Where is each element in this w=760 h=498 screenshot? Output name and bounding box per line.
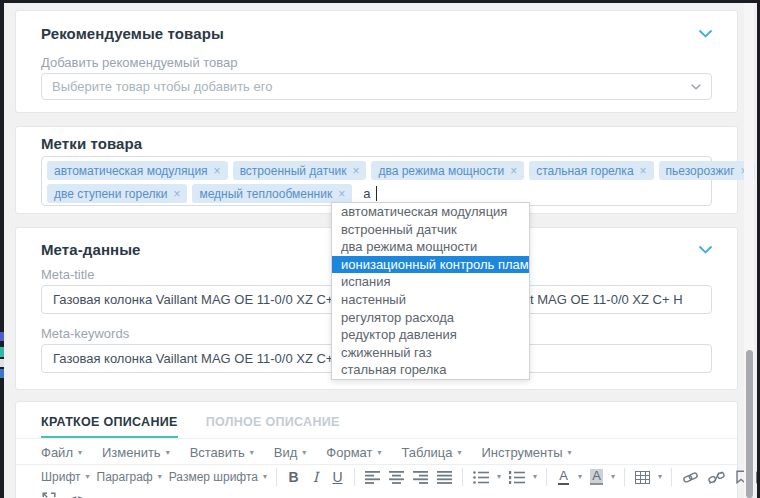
suggestion-item[interactable]: стальная горелка — [332, 361, 529, 379]
meta-title-label: Meta-title — [41, 267, 94, 282]
remove-tag-icon[interactable]: × — [352, 164, 359, 178]
menu-insert[interactable]: Вставить▾ — [190, 445, 254, 460]
toolbar-separator — [624, 468, 625, 486]
window-border-left — [0, 0, 4, 498]
tab-short-description[interactable]: КРАТКОЕ ОПИСАНИЕ — [41, 415, 178, 438]
align-left-button[interactable] — [364, 467, 381, 487]
suggestion-item[interactable]: сжиженный газ — [332, 344, 529, 362]
suggestion-item[interactable]: регулятор расхода — [332, 309, 529, 327]
tag: автоматическая модуляция× — [47, 161, 228, 180]
tag-label: два режима мощности — [378, 164, 504, 178]
tags-row: автоматическая модуляция× встроенный дат… — [47, 161, 706, 180]
fullscreen-icon — [42, 492, 56, 498]
text-color-button[interactable]: A — [556, 467, 571, 487]
suggestion-item[interactable]: два режима мощности — [332, 238, 529, 256]
bullet-list-button[interactable] — [472, 467, 490, 487]
text-color-icon: A — [558, 469, 569, 485]
source-code-button[interactable]: <> — [69, 492, 86, 498]
tab-full-description[interactable]: ПОЛНОЕ ОПИСАНИЕ — [206, 415, 340, 438]
caret-down-icon: ▾ — [302, 449, 306, 457]
scrollbar-thumb[interactable] — [746, 350, 753, 498]
caret-down-icon[interactable]: ▾ — [497, 473, 501, 481]
collapse-chevron-icon[interactable] — [699, 30, 712, 38]
tag-label: пьезорозжиг — [666, 164, 735, 178]
tag-search-typed-text[interactable]: a — [363, 186, 370, 201]
product-edit-screen: Рекомендуемые товары Добавить рекомендуе… — [0, 0, 760, 498]
suggestion-item[interactable]: редуктор давления — [332, 326, 529, 344]
background-color-button[interactable]: A — [589, 467, 604, 487]
menu-label: Вид — [274, 445, 298, 460]
caret-down-icon[interactable]: ▾ — [658, 473, 662, 481]
suggestion-item[interactable]: автоматическая модуляция — [332, 203, 529, 221]
bold-button[interactable]: B — [286, 467, 301, 487]
select-label: Параграф — [97, 470, 153, 484]
numbered-list-button[interactable] — [508, 467, 526, 487]
unlink-icon — [708, 471, 725, 484]
caret-down-icon: ▾ — [378, 449, 382, 457]
numbered-list-icon — [509, 471, 525, 484]
align-left-icon — [365, 471, 380, 484]
toolbar-separator — [546, 468, 547, 486]
align-center-button[interactable] — [388, 467, 405, 487]
toolbar-separator — [462, 468, 463, 486]
font-size-select[interactable]: Размер шрифта▾ — [169, 470, 267, 484]
tabs-divider — [16, 438, 737, 439]
table-button[interactable] — [634, 467, 651, 487]
insert-link-button[interactable] — [681, 467, 700, 487]
editor-menubar: Файл▾ Изменить▾ Вставить▾ Вид▾ Формат▾ Т… — [41, 442, 572, 463]
menu-label: Вставить — [190, 445, 245, 460]
fullscreen-button[interactable] — [41, 489, 57, 498]
suggestion-item[interactable]: встроенный датчик — [332, 221, 529, 239]
align-right-icon — [413, 471, 428, 484]
caret-down-icon[interactable]: ▾ — [578, 473, 582, 481]
editor-toolbar: Шрифт▾ Параграф▾ Размер шрифта▾ B I U ▾ … — [41, 465, 760, 489]
caret-down-icon[interactable]: ▾ — [611, 473, 615, 481]
caret-down-icon[interactable]: ▾ — [533, 473, 537, 481]
sidebar-sliver — [0, 347, 4, 357]
select-placeholder: Выберите товар чтобы добавить его — [52, 79, 272, 94]
underline-button[interactable]: U — [330, 467, 345, 487]
menu-label: Инструменты — [482, 445, 563, 460]
menu-table[interactable]: Таблица▾ — [402, 445, 462, 460]
collapse-chevron-icon[interactable] — [699, 246, 712, 254]
add-recommended-label: Добавить рекомендуемый товар — [41, 55, 238, 70]
remove-tag-icon[interactable]: × — [640, 164, 647, 178]
align-right-button[interactable] — [412, 467, 429, 487]
recommended-product-select[interactable]: Выберите товар чтобы добавить его — [41, 73, 712, 100]
paragraph-format-select[interactable]: Параграф▾ — [97, 470, 162, 484]
menu-view[interactable]: Вид▾ — [274, 445, 307, 460]
suggestion-item[interactable]: настенный — [332, 291, 529, 309]
menu-file[interactable]: Файл▾ — [41, 445, 82, 460]
caret-down-icon: ▾ — [78, 449, 82, 457]
background-color-icon: A — [590, 469, 603, 485]
caret-down-icon: ▾ — [250, 449, 254, 457]
suggestion-item-selected[interactable]: ионизационный контроль пламени — [332, 256, 529, 274]
align-justify-button[interactable] — [436, 467, 453, 487]
remove-tag-icon[interactable]: × — [214, 164, 221, 178]
font-family-select[interactable]: Шрифт▾ — [41, 470, 90, 484]
menu-label: Файл — [41, 445, 73, 460]
select-label: Шрифт — [41, 470, 80, 484]
italic-button[interactable]: I — [308, 467, 323, 487]
tags-input-box[interactable]: автоматическая модуляция× встроенный дат… — [41, 156, 712, 206]
tag: пьезорозжиг× — [659, 161, 755, 180]
tag: встроенный датчик× — [233, 161, 367, 180]
remove-tag-icon[interactable]: × — [510, 164, 517, 178]
chevron-down-icon — [691, 84, 701, 90]
menu-tools[interactable]: Инструменты▾ — [482, 445, 572, 460]
panel-title: Метки товара — [41, 135, 142, 152]
suggestion-item[interactable]: испания — [332, 273, 529, 291]
tag-suggestions-dropdown: автоматическая модуляция встроенный датч… — [331, 202, 530, 380]
editor-toolbar-row2: <> — [41, 489, 86, 498]
toolbar-separator — [354, 468, 355, 486]
menu-edit[interactable]: Изменить▾ — [102, 445, 170, 460]
remove-tag-icon[interactable]: × — [338, 187, 345, 201]
product-tags-panel: Метки товара автоматическая модуляция× в… — [15, 126, 738, 214]
align-justify-icon — [437, 471, 452, 484]
sidebar-sliver — [0, 332, 4, 341]
remove-link-button[interactable] — [707, 467, 726, 487]
menu-label: Таблица — [402, 445, 453, 460]
menu-format[interactable]: Формат▾ — [326, 445, 381, 460]
remove-tag-icon[interactable]: × — [173, 187, 180, 201]
tag-label: медный теплообменник — [199, 187, 332, 201]
